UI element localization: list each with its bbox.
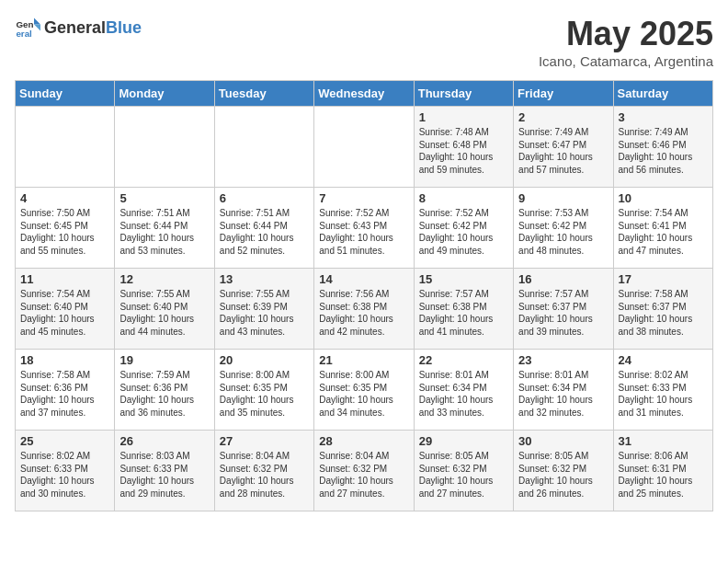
- day-cell: 9Sunrise: 7:53 AM Sunset: 6:42 PM Daylig…: [514, 188, 613, 269]
- col-header-wednesday: Wednesday: [314, 81, 414, 107]
- col-header-tuesday: Tuesday: [214, 81, 313, 107]
- day-cell: [214, 107, 313, 188]
- day-info: Sunrise: 7:49 AM Sunset: 6:47 PM Dayligh…: [518, 126, 608, 176]
- day-cell: 29Sunrise: 8:05 AM Sunset: 6:32 PM Dayli…: [414, 431, 513, 511]
- day-info: Sunrise: 8:01 AM Sunset: 6:34 PM Dayligh…: [419, 369, 508, 419]
- day-cell: 1Sunrise: 7:48 AM Sunset: 6:48 PM Daylig…: [414, 107, 513, 188]
- day-number: 23: [518, 353, 608, 367]
- month-title: May 2025: [539, 15, 713, 53]
- week-row-3: 11Sunrise: 7:54 AM Sunset: 6:40 PM Dayli…: [16, 269, 713, 350]
- location-subtitle: Icano, Catamarca, Argentina: [539, 53, 713, 69]
- col-header-friday: Friday: [514, 81, 613, 107]
- day-number: 24: [619, 353, 708, 367]
- day-cell: 24Sunrise: 8:02 AM Sunset: 6:33 PM Dayli…: [613, 350, 712, 431]
- day-number: 27: [220, 434, 309, 448]
- day-cell: 14Sunrise: 7:56 AM Sunset: 6:38 PM Dayli…: [314, 269, 414, 350]
- day-cell: 18Sunrise: 7:58 AM Sunset: 6:36 PM Dayli…: [16, 350, 115, 431]
- day-info: Sunrise: 7:59 AM Sunset: 6:36 PM Dayligh…: [119, 369, 209, 419]
- day-info: Sunrise: 7:51 AM Sunset: 6:44 PM Dayligh…: [220, 207, 309, 257]
- day-number: 6: [220, 191, 309, 205]
- day-cell: 15Sunrise: 7:57 AM Sunset: 6:38 PM Dayli…: [414, 269, 513, 350]
- calendar-table: SundayMondayTuesdayWednesdayThursdayFrid…: [15, 80, 713, 511]
- logo-general: General: [44, 18, 106, 37]
- day-info: Sunrise: 7:55 AM Sunset: 6:39 PM Dayligh…: [220, 288, 309, 338]
- week-row-1: 1Sunrise: 7:48 AM Sunset: 6:48 PM Daylig…: [16, 107, 713, 188]
- day-info: Sunrise: 7:49 AM Sunset: 6:46 PM Dayligh…: [619, 126, 708, 176]
- day-info: Sunrise: 7:54 AM Sunset: 6:41 PM Dayligh…: [619, 207, 708, 257]
- header-row: SundayMondayTuesdayWednesdayThursdayFrid…: [16, 81, 713, 107]
- day-number: 7: [319, 191, 408, 205]
- day-number: 11: [20, 272, 109, 286]
- day-info: Sunrise: 8:06 AM Sunset: 6:31 PM Dayligh…: [619, 450, 708, 500]
- day-cell: 4Sunrise: 7:50 AM Sunset: 6:45 PM Daylig…: [16, 188, 115, 269]
- svg-marker-2: [34, 18, 40, 25]
- day-info: Sunrise: 8:05 AM Sunset: 6:32 PM Dayligh…: [518, 450, 608, 500]
- day-cell: 26Sunrise: 8:03 AM Sunset: 6:33 PM Dayli…: [115, 431, 214, 511]
- day-cell: [314, 107, 414, 188]
- day-number: 28: [319, 434, 408, 448]
- day-number: 2: [518, 110, 608, 124]
- day-number: 29: [419, 434, 508, 448]
- day-cell: [115, 107, 214, 188]
- day-cell: 2Sunrise: 7:49 AM Sunset: 6:47 PM Daylig…: [514, 107, 613, 188]
- week-row-5: 25Sunrise: 8:02 AM Sunset: 6:33 PM Dayli…: [16, 431, 713, 511]
- week-row-4: 18Sunrise: 7:58 AM Sunset: 6:36 PM Dayli…: [16, 350, 713, 431]
- day-cell: 21Sunrise: 8:00 AM Sunset: 6:35 PM Dayli…: [314, 350, 414, 431]
- day-info: Sunrise: 8:02 AM Sunset: 6:33 PM Dayligh…: [20, 450, 109, 500]
- day-cell: 5Sunrise: 7:51 AM Sunset: 6:44 PM Daylig…: [115, 188, 214, 269]
- day-info: Sunrise: 8:02 AM Sunset: 6:33 PM Dayligh…: [619, 369, 708, 419]
- day-number: 17: [619, 272, 708, 286]
- logo-blue: Blue: [106, 18, 142, 37]
- day-number: 1: [419, 110, 508, 124]
- day-number: 31: [619, 434, 708, 448]
- day-cell: 27Sunrise: 8:04 AM Sunset: 6:32 PM Dayli…: [214, 431, 313, 511]
- day-cell: 25Sunrise: 8:02 AM Sunset: 6:33 PM Dayli…: [16, 431, 115, 511]
- day-cell: 8Sunrise: 7:52 AM Sunset: 6:42 PM Daylig…: [414, 188, 513, 269]
- day-number: 9: [518, 191, 608, 205]
- day-cell: 11Sunrise: 7:54 AM Sunset: 6:40 PM Dayli…: [16, 269, 115, 350]
- day-cell: 17Sunrise: 7:58 AM Sunset: 6:37 PM Dayli…: [613, 269, 712, 350]
- day-number: 3: [619, 110, 708, 124]
- day-info: Sunrise: 8:00 AM Sunset: 6:35 PM Dayligh…: [319, 369, 408, 419]
- day-number: 14: [319, 272, 408, 286]
- svg-marker-3: [34, 25, 40, 31]
- day-cell: 28Sunrise: 8:04 AM Sunset: 6:32 PM Dayli…: [314, 431, 414, 511]
- title-area: May 2025 Icano, Catamarca, Argentina: [539, 15, 713, 69]
- day-cell: [16, 107, 115, 188]
- day-info: Sunrise: 7:52 AM Sunset: 6:43 PM Dayligh…: [319, 207, 408, 257]
- day-cell: 22Sunrise: 8:01 AM Sunset: 6:34 PM Dayli…: [414, 350, 513, 431]
- day-number: 5: [119, 191, 209, 205]
- day-number: 16: [518, 272, 608, 286]
- day-cell: 31Sunrise: 8:06 AM Sunset: 6:31 PM Dayli…: [613, 431, 712, 511]
- day-info: Sunrise: 8:01 AM Sunset: 6:34 PM Dayligh…: [518, 369, 608, 419]
- day-info: Sunrise: 7:50 AM Sunset: 6:45 PM Dayligh…: [20, 207, 109, 257]
- day-info: Sunrise: 8:04 AM Sunset: 6:32 PM Dayligh…: [220, 450, 309, 500]
- logo: Gen eral GeneralBlue: [15, 15, 142, 40]
- day-number: 20: [220, 353, 309, 367]
- day-info: Sunrise: 7:54 AM Sunset: 6:40 PM Dayligh…: [20, 288, 109, 338]
- day-info: Sunrise: 8:00 AM Sunset: 6:35 PM Dayligh…: [220, 369, 309, 419]
- day-number: 26: [119, 434, 209, 448]
- day-cell: 6Sunrise: 7:51 AM Sunset: 6:44 PM Daylig…: [214, 188, 313, 269]
- day-number: 10: [619, 191, 708, 205]
- col-header-thursday: Thursday: [414, 81, 513, 107]
- day-info: Sunrise: 7:57 AM Sunset: 6:38 PM Dayligh…: [419, 288, 508, 338]
- day-cell: 16Sunrise: 7:57 AM Sunset: 6:37 PM Dayli…: [514, 269, 613, 350]
- day-cell: 23Sunrise: 8:01 AM Sunset: 6:34 PM Dayli…: [514, 350, 613, 431]
- day-info: Sunrise: 8:04 AM Sunset: 6:32 PM Dayligh…: [319, 450, 408, 500]
- day-cell: 19Sunrise: 7:59 AM Sunset: 6:36 PM Dayli…: [115, 350, 214, 431]
- day-info: Sunrise: 7:56 AM Sunset: 6:38 PM Dayligh…: [319, 288, 408, 338]
- day-info: Sunrise: 7:51 AM Sunset: 6:44 PM Dayligh…: [119, 207, 209, 257]
- col-header-monday: Monday: [115, 81, 214, 107]
- header: Gen eral GeneralBlue May 2025 Icano, Cat…: [15, 15, 713, 69]
- day-info: Sunrise: 7:57 AM Sunset: 6:37 PM Dayligh…: [518, 288, 608, 338]
- day-info: Sunrise: 7:53 AM Sunset: 6:42 PM Dayligh…: [518, 207, 608, 257]
- svg-text:eral: eral: [16, 29, 32, 39]
- day-number: 15: [419, 272, 508, 286]
- day-number: 22: [419, 353, 508, 367]
- day-info: Sunrise: 8:05 AM Sunset: 6:32 PM Dayligh…: [419, 450, 508, 500]
- day-number: 18: [20, 353, 109, 367]
- day-number: 21: [319, 353, 408, 367]
- day-cell: 30Sunrise: 8:05 AM Sunset: 6:32 PM Dayli…: [514, 431, 613, 511]
- day-info: Sunrise: 7:48 AM Sunset: 6:48 PM Dayligh…: [419, 126, 508, 176]
